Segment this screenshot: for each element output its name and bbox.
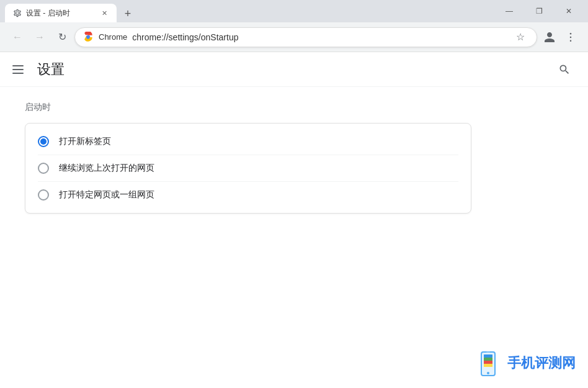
address-right-icons: ☆ (512, 29, 529, 46)
startup-options-card: 打开新标签页 继续浏览上次打开的网页 打开特定网页或一组网页 (25, 123, 471, 214)
menu-line-3 (12, 73, 24, 74)
svg-point-3 (570, 36, 572, 38)
new-tab-button[interactable]: + (119, 5, 136, 22)
settings-header: 设置 (0, 52, 588, 87)
address-bar[interactable]: Chrome chrome://settings/onStartup ☆ (74, 27, 537, 47)
forward-button[interactable]: → (30, 27, 50, 47)
radio-inner-new-tab (40, 138, 47, 145)
nav-right-controls (540, 27, 581, 47)
minimize-button[interactable]: — (495, 0, 523, 22)
navigation-bar: ← → ↻ Chrome chrome://settings/onStartup… (0, 22, 588, 52)
svg-point-2 (570, 32, 572, 34)
tab-area: 设置 - 启动时 ✕ + (5, 0, 495, 22)
option-continue-label: 继续浏览上次打开的网页 (59, 163, 154, 174)
option-new-tab[interactable]: 打开新标签页 (25, 129, 471, 155)
watermark-text: 手机评测网 (507, 354, 576, 372)
radio-specific[interactable] (38, 189, 49, 201)
address-text: chrome://settings/onStartup (132, 32, 507, 42)
settings-search-button[interactable] (553, 58, 576, 81)
tab-favicon (12, 8, 22, 18)
svg-rect-8 (486, 351, 490, 353)
svg-rect-11 (484, 361, 492, 364)
svg-rect-12 (484, 364, 492, 367)
settings-page-title: 设置 (37, 60, 65, 79)
svg-point-4 (570, 40, 572, 42)
section-title: 启动时 (25, 102, 563, 113)
active-tab[interactable]: 设置 - 启动时 ✕ (5, 4, 117, 22)
menu-line-1 (12, 65, 24, 66)
option-new-tab-label: 打开新标签页 (59, 136, 111, 147)
menu-button[interactable] (561, 27, 581, 47)
refresh-button[interactable]: ↻ (52, 27, 72, 47)
watermark: 手机评测网 (478, 351, 576, 376)
option-specific[interactable]: 打开特定网页或一组网页 (25, 182, 471, 208)
site-icon (82, 32, 94, 43)
svg-rect-10 (484, 358, 492, 361)
svg-point-7 (487, 372, 489, 374)
bookmark-button[interactable]: ☆ (512, 29, 529, 46)
tab-title: 设置 - 启动时 (26, 8, 96, 19)
tab-close-button[interactable]: ✕ (99, 8, 109, 18)
maximize-button[interactable]: ❐ (525, 0, 553, 22)
window-controls: — ❐ ✕ (495, 0, 583, 22)
content-area: 设置 启动时 打开新标签页 继续浏览上次打开的网页 (0, 52, 588, 388)
back-button[interactable]: ← (7, 27, 27, 47)
menu-line-2 (12, 69, 24, 70)
chrome-label: Chrome (99, 32, 127, 42)
svg-rect-9 (484, 354, 492, 358)
radio-new-tab[interactable] (38, 136, 49, 147)
title-bar: 设置 - 启动时 ✕ + — ❐ ✕ (0, 0, 588, 22)
hamburger-menu-button[interactable] (12, 62, 27, 77)
radio-continue[interactable] (38, 163, 49, 174)
option-specific-label: 打开特定网页或一组网页 (59, 189, 154, 201)
option-continue[interactable]: 继续浏览上次打开的网页 (25, 155, 471, 181)
window-close-button[interactable]: ✕ (555, 0, 583, 22)
settings-body: 启动时 打开新标签页 继续浏览上次打开的网页 打开特定网页或一组网页 (0, 87, 588, 388)
svg-point-1 (86, 35, 89, 38)
account-button[interactable] (540, 27, 559, 47)
watermark-icon (478, 351, 502, 376)
